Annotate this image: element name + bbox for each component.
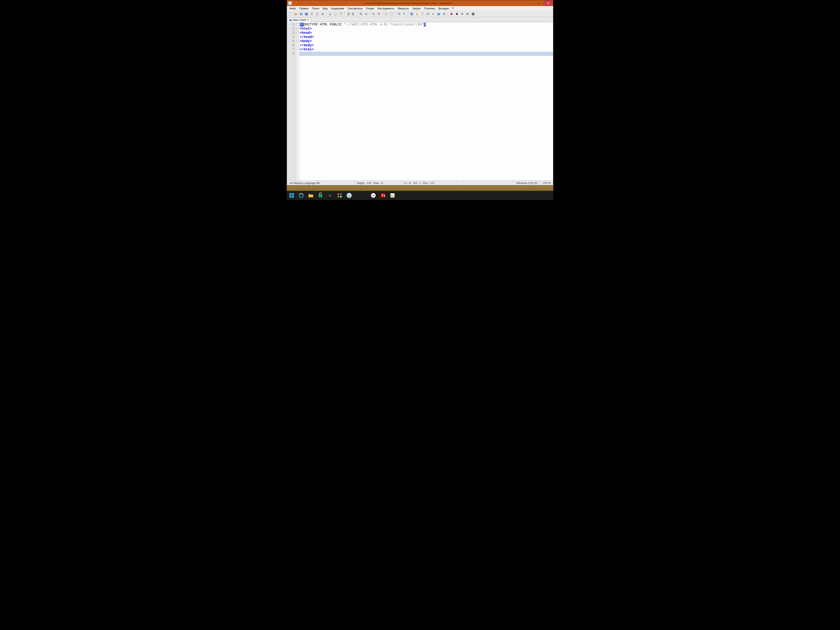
menu-encoding[interactable]: Кодировки — [329, 6, 346, 10]
svg-line-25 — [329, 13, 331, 14]
fold-marker[interactable]: − — [296, 22, 299, 26]
doc-map-icon[interactable] — [420, 11, 425, 16]
status-encoding[interactable]: UTF-8 — [540, 181, 553, 185]
new-file-icon[interactable] — [288, 11, 293, 16]
close-file-icon[interactable] — [309, 11, 314, 16]
fold-marker[interactable] — [296, 35, 299, 39]
camera-icon[interactable] — [326, 192, 334, 199]
find-icon[interactable] — [358, 11, 363, 16]
menu-help[interactable]: ? — [450, 6, 455, 10]
hp-icon[interactable]: hp — [346, 192, 353, 199]
svg-text:¶: ¶ — [403, 13, 404, 16]
code-line[interactable]: <html> — [299, 27, 553, 31]
svg-text:N++: N++ — [391, 194, 395, 197]
ie-icon[interactable] — [297, 192, 305, 199]
play-multi-macro-icon[interactable] — [465, 11, 470, 16]
sync-vscroll-icon[interactable] — [384, 11, 389, 16]
svg-text:Fz: Fz — [382, 194, 385, 197]
replace-icon[interactable]: ab — [364, 11, 369, 16]
tab-close-icon[interactable]: ✕ — [307, 19, 309, 21]
fold-marker[interactable] — [296, 43, 299, 47]
fold-marker[interactable]: − — [296, 39, 299, 43]
svg-text:hp: hp — [348, 194, 351, 197]
save-all-icon[interactable] — [304, 11, 309, 16]
save-macro-icon[interactable] — [471, 11, 475, 16]
paste-icon[interactable] — [338, 11, 343, 16]
code-line[interactable]: <body> — [299, 39, 553, 43]
menu-search[interactable]: Поиск — [310, 6, 321, 10]
menu-view[interactable]: Вид — [321, 6, 329, 10]
menu-language[interactable]: Синтаксисы — [346, 6, 364, 10]
svg-marker-49 — [399, 14, 399, 15]
open-file-icon[interactable] — [293, 11, 298, 16]
zoom-in-icon[interactable] — [371, 11, 376, 16]
editor[interactable]: 12345678 −−−− <!DOCTYPE HTML PUBLIC "-//… — [287, 22, 553, 180]
menu-file[interactable]: Файл — [288, 6, 298, 10]
zoom-out-icon[interactable] — [376, 11, 382, 16]
line-number: 7 — [288, 47, 294, 52]
code-line[interactable]: <!DOCTYPE HTML PUBLIC "-//W3C//DTD HTML … — [299, 22, 553, 27]
record-macro-icon[interactable] — [449, 11, 454, 16]
toolbar-separator — [326, 12, 327, 16]
menu-tools[interactable]: Инструменты — [376, 6, 396, 10]
code-line[interactable]: <head> — [299, 31, 553, 35]
undo-icon[interactable] — [346, 11, 351, 16]
svg-point-23 — [330, 14, 331, 15]
fold-marker[interactable]: − — [296, 30, 299, 35]
titlebar[interactable]: C:\Users\USER\AppData\Local\Temp\fz3temp… — [287, 0, 553, 6]
menu-edit[interactable]: Правка — [298, 6, 310, 10]
redo-icon[interactable] — [351, 11, 356, 16]
menu-plugins[interactable]: Плагины — [423, 6, 437, 10]
code-line[interactable]: </head> — [299, 35, 553, 39]
tab-active[interactable]: index 3.html ✕ — [287, 18, 311, 22]
svg-rect-61 — [427, 14, 429, 14]
fold-marker[interactable] — [296, 47, 299, 51]
svg-rect-80 — [319, 194, 322, 197]
stop-macro-icon[interactable] — [455, 11, 459, 16]
app-tiles-icon[interactable] — [336, 192, 343, 199]
copy-icon[interactable] — [333, 11, 338, 16]
status-eol[interactable]: Windows (CR LF) — [514, 181, 541, 185]
menu-run[interactable]: Запуск — [411, 6, 423, 10]
code-line[interactable] — [299, 52, 553, 56]
code-area[interactable]: <!DOCTYPE HTML PUBLIC "-//W3C//DTD HTML … — [299, 22, 553, 180]
user-lang-icon[interactable] — [415, 11, 420, 16]
folder-workspace-icon[interactable] — [436, 11, 441, 16]
fold-marker[interactable] — [296, 51, 299, 55]
filezilla-icon[interactable]: Fz — [379, 192, 387, 199]
menu-settings[interactable]: Опции — [364, 6, 376, 10]
code-line[interactable]: </html> — [299, 47, 553, 52]
menu-window[interactable]: Вкладки — [437, 6, 450, 10]
notepadpp-taskbar-icon[interactable]: N++ — [389, 192, 396, 199]
fold-marker[interactable]: − — [296, 26, 299, 30]
windows-taskbar[interactable]: hp Fz N++ — [287, 191, 553, 200]
close-button[interactable] — [543, 0, 553, 6]
maximize-button[interactable] — [534, 0, 543, 6]
cut-icon[interactable] — [327, 11, 333, 16]
svg-point-89 — [371, 193, 376, 198]
play-macro-icon[interactable] — [460, 11, 465, 16]
svg-line-34 — [361, 14, 362, 15]
svg-rect-77 — [289, 196, 292, 198]
store-icon[interactable] — [317, 192, 324, 199]
indent-guide-icon[interactable] — [409, 11, 414, 16]
print-icon[interactable] — [320, 11, 325, 16]
svg-point-82 — [329, 194, 331, 197]
window-buttons — [524, 0, 553, 6]
function-list-icon[interactable]: fx — [431, 11, 436, 16]
minimize-button[interactable] — [524, 0, 534, 6]
monitoring-icon[interactable] — [442, 11, 447, 16]
start-button-icon[interactable] — [288, 192, 295, 199]
menu-macro[interactable]: Макросы — [396, 6, 411, 10]
explorer-icon[interactable] — [307, 192, 314, 199]
fold-column[interactable]: −−−− — [296, 22, 299, 180]
line-number-gutter: 12345678 — [287, 22, 296, 180]
sync-hscroll-icon[interactable] — [389, 11, 394, 16]
doc-list-icon[interactable] — [425, 11, 430, 16]
close-badge-icon[interactable] — [369, 192, 377, 199]
show-all-chars-icon[interactable]: ¶ — [402, 11, 407, 16]
close-all-icon[interactable] — [315, 11, 320, 16]
word-wrap-icon[interactable] — [396, 11, 401, 16]
code-line[interactable]: </body> — [299, 43, 553, 47]
save-icon[interactable] — [298, 11, 303, 16]
